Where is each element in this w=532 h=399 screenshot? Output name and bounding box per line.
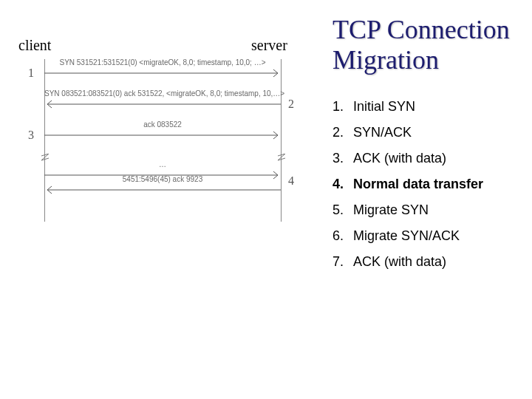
lifeline-client	[44, 59, 45, 222]
bullet-item-3: 3.ACK (with data)	[332, 146, 525, 171]
lifeline-server	[281, 59, 282, 222]
bullet-num: 4.	[332, 177, 353, 192]
arrow-2-caption: SYN 083521:083521(0) ack 531522, <migrat…	[44, 89, 281, 98]
arrow-1-caption: SYN 531521:531521(0) <migrateOK, 8,0; ti…	[44, 58, 281, 66]
bullet-item-6: 6.Migrate SYN/ACK	[332, 223, 525, 249]
bullet-num: 6.	[332, 228, 353, 244]
arrow-2: SYN 083521:083521(0) ack 531522, <migrat…	[44, 99, 281, 109]
bullet-num: 1.	[332, 99, 353, 115]
bullet-item-4: 4.Normal data transfer	[332, 171, 525, 197]
sequence-diagram: client server 1 SYN 531521:531521(0) <mi…	[15, 30, 310, 236]
arrow-1: SYN 531521:531521(0) <migrateOK, 8,0; ti…	[44, 68, 281, 78]
arrow-4a-caption: …	[44, 160, 281, 168]
step-number-2: 2	[288, 98, 294, 111]
actor-client-label: client	[18, 37, 51, 54]
actor-server-label: server	[251, 37, 287, 54]
bullet-num: 7.	[332, 254, 353, 270]
slide-title: TCP Connection Migration	[332, 15, 525, 76]
bullet-item-2: 2.SYN/ACK	[332, 120, 525, 146]
diagram-panel: client server 1 SYN 531521:531521(0) <mi…	[0, 0, 318, 399]
bullet-num: 5.	[332, 202, 353, 218]
step-number-3: 3	[28, 129, 34, 142]
text-panel: TCP Connection Migration 1.Initial SYN 2…	[318, 0, 532, 399]
bullet-num: 3.	[332, 151, 353, 166]
bullet-num: 2.	[332, 125, 353, 140]
step-number-4: 4	[288, 174, 294, 188]
bullet-list: 1.Initial SYN 2.SYN/ACK 3.ACK (with data…	[332, 94, 525, 275]
bullet-text: Migrate SYN/ACK	[353, 228, 460, 244]
bullet-text: Initial SYN	[353, 99, 415, 115]
bullet-text: ACK (with data)	[353, 151, 446, 166]
bullet-text: Normal data transfer	[353, 177, 483, 192]
step-number-1: 1	[28, 66, 34, 80]
bullet-item-7: 7.ACK (with data)	[332, 249, 525, 275]
bullet-item-1: 1.Initial SYN	[332, 94, 525, 120]
bullet-item-5: 5.Migrate SYN	[332, 197, 525, 223]
arrow-3: ack 083522	[44, 130, 281, 140]
bullet-text: ACK (with data)	[353, 254, 446, 270]
bullet-text: Migrate SYN	[353, 202, 429, 218]
arrow-4b: 5451:5496(45) ack 9923	[44, 185, 281, 195]
slide: client server 1 SYN 531521:531521(0) <mi…	[0, 0, 532, 399]
arrow-3-caption: ack 083522	[44, 120, 281, 129]
arrow-4b-caption: 5451:5496(45) ack 9923	[44, 175, 281, 183]
bullet-text: SYN/ACK	[353, 125, 412, 140]
